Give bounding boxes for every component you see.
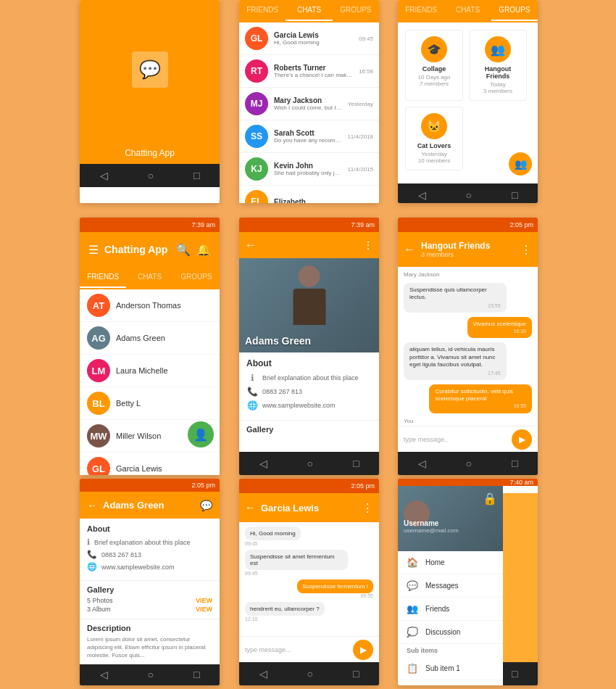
home-icon[interactable]: ○ (148, 669, 154, 680)
back-icon[interactable]: ← (87, 500, 97, 511)
friend-name: Laura Michelle (116, 366, 168, 375)
drawer-header: Username username@mail.com 🔒 (398, 486, 503, 551)
phone-splash: 💬 Chatting App ◁ ○ □ (80, 0, 220, 203)
message-time: 12:10 (245, 616, 373, 622)
tab-groups[interactable]: GROUPS (491, 0, 538, 21)
list-item[interactable]: EL Elizabeth (239, 186, 379, 203)
chat-info: Elizabeth (274, 198, 373, 204)
drawer-menu-item-home[interactable]: 🏠 Home (398, 551, 503, 574)
group-card-hangout[interactable]: 👥 Hangout Friends Today 3 members (469, 30, 527, 101)
recents-icon[interactable]: □ (193, 170, 199, 181)
more-icon[interactable]: ⋮ (362, 501, 373, 515)
group-card-collage[interactable]: 🎓 Collage 10 Days ago 7 members (405, 30, 463, 101)
tab-groups[interactable]: GROUPS (173, 267, 220, 288)
recents-icon[interactable]: □ (193, 669, 199, 680)
back-icon[interactable]: ◁ (100, 170, 108, 181)
home-icon: 🏠 (407, 557, 418, 568)
drawer-menu-item-discussion[interactable]: 💭 Discussion (398, 621, 503, 644)
back-icon[interactable]: ◁ (418, 189, 426, 201)
home-icon[interactable]: ○ (466, 189, 472, 201)
drawer-menu-item-sub1[interactable]: 📋 Sub item 1 (398, 657, 503, 680)
list-item[interactable]: MJ Mary Jackson Wish I could come, but I… (239, 88, 379, 120)
notification-icon[interactable]: 🔔 (196, 243, 211, 257)
back-icon[interactable]: ◁ (100, 669, 108, 680)
message-time: 09:55 (245, 593, 373, 598)
chat-header: ← Garcia Lewis ⋮ (239, 493, 379, 522)
tab-chats[interactable]: CHATS (444, 0, 491, 21)
chat-preview: Do you have any recommendations? (274, 137, 341, 144)
more-icon[interactable]: ⋮ (363, 239, 373, 251)
group-meta: Yesterday (412, 151, 457, 157)
more-icon[interactable]: ⋮ (520, 243, 532, 257)
description-section: Description Lorem ipsum dolor sit amet, … (80, 619, 220, 664)
back-icon[interactable]: ← (245, 239, 257, 252)
tab-friends[interactable]: FRIENDS (398, 0, 444, 21)
add-group-fab[interactable]: 👥 (509, 152, 532, 176)
list-item[interactable]: AG Adams Green (80, 322, 220, 355)
profile-photo: Adams Green (239, 258, 379, 352)
message-row: Suspendisse fermentum ! 09:55 (245, 579, 373, 598)
send-button[interactable]: ▶ (353, 640, 373, 660)
send-button[interactable]: ▶ (512, 429, 532, 450)
nav-bar: ◁ ○ □ (80, 164, 220, 187)
phone-chat-conversation: 2:05 pm ← Garcia Lewis ⋮ Hi, Good mornin… (239, 479, 379, 685)
tab-friends[interactable]: FRIENDS (239, 0, 286, 21)
view-albums-button[interactable]: VIEW (196, 606, 212, 613)
list-item[interactable]: AT Anderson Thomas (80, 289, 220, 322)
about-brief-text: Brief explanation about this place (262, 374, 359, 381)
drawer-menu-item-friends[interactable]: 👥 Friends (398, 598, 503, 621)
about-brief: Brief explanation about this place (94, 539, 191, 546)
tab-chats[interactable]: CHATS (286, 0, 332, 21)
chat-preview: Hi, Good morning (274, 39, 353, 46)
list-item[interactable]: SS Sarah Scott Do you have any recommend… (239, 120, 379, 153)
back-icon[interactable]: ◁ (259, 458, 267, 469)
recents-icon[interactable]: □ (512, 189, 517, 201)
tab-friends[interactable]: FRIENDS (80, 267, 126, 288)
list-item[interactable]: GL Garcia Lewis (80, 453, 220, 475)
drawer-menu-item-messages[interactable]: 💬 Messages (398, 574, 503, 598)
recents-icon[interactable]: □ (353, 668, 359, 680)
message-bubble: Suspendisse sit amet fermentum est (245, 550, 348, 570)
list-item[interactable]: KJ Kevin John She had probably only just… (239, 153, 379, 186)
friends-icon: 👥 (407, 603, 418, 614)
group-meta: 10 Days ago (412, 74, 457, 81)
chat-time: 11/4/2015 (347, 166, 373, 173)
recents-icon[interactable]: □ (512, 458, 517, 469)
back-icon[interactable]: ◁ (259, 668, 267, 680)
friend-name: Anderson Thomas (116, 301, 181, 310)
phone-chats: FRIENDS CHATS GROUPS GL Garcia Lewis Hi,… (239, 0, 379, 203)
app-header: ☰ Chatting App 🔍 🔔 (80, 232, 220, 267)
home-icon[interactable]: ○ (307, 668, 313, 680)
about-phone-row: 📞 0883 267 813 (87, 550, 212, 559)
group-info: Hangout Friends 3 members (421, 241, 515, 258)
chat-icon[interactable]: 💬 (200, 500, 212, 511)
list-item[interactable]: GL Garcia Lewis Hi, Good morning 09:45 (239, 22, 379, 55)
about-phone: 0883 267 813 (262, 388, 302, 395)
message-input[interactable]: type message... (245, 646, 349, 653)
list-item[interactable]: BL Betty L (80, 387, 220, 420)
group-card-cats[interactable]: 🐱 Cat Lovers Yesterday 10 members (405, 107, 463, 170)
about-website: www.samplewebsite.com (262, 402, 336, 409)
menu-icon[interactable]: ☰ (88, 243, 99, 257)
drawer-menu-item-sub2[interactable]: 📋 Sub item 2 (398, 680, 503, 685)
list-item[interactable]: LM Laura Michelle (80, 355, 220, 387)
recents-icon[interactable]: □ (512, 668, 517, 680)
search-icon[interactable]: 🔍 (176, 243, 191, 257)
list-item[interactable]: RT Roberts Turner There's a chance! I ca… (239, 55, 379, 88)
tab-chats[interactable]: CHATS (126, 267, 172, 288)
about-website: www.samplewebsite.com (101, 564, 175, 571)
add-friend-fab[interactable]: 👤 (188, 421, 214, 447)
view-photos-button[interactable]: VIEW (196, 597, 212, 604)
recents-icon[interactable]: □ (353, 458, 359, 469)
message-input[interactable]: type message.. (404, 436, 507, 443)
tab-groups[interactable]: GROUPS (333, 0, 379, 21)
chat-name: Elizabeth (274, 198, 373, 204)
message-input-bar: type message.. ▶ (398, 426, 538, 452)
avatar: RT (245, 59, 268, 83)
home-icon[interactable]: ○ (307, 458, 313, 469)
back-icon[interactable]: ← (245, 502, 255, 513)
back-icon[interactable]: ← (404, 243, 415, 256)
home-icon[interactable]: ○ (466, 458, 472, 469)
back-icon[interactable]: ◁ (418, 458, 426, 469)
home-icon[interactable]: ○ (148, 170, 154, 181)
